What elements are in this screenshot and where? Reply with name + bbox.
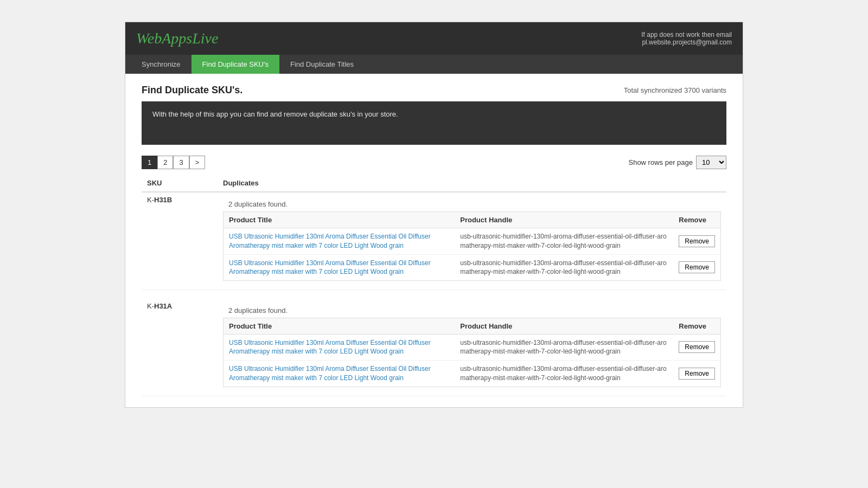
product-handle-cell: usb-ultrasonic-humidifier-130ml-aroma-di… [455, 254, 673, 281]
app-logo: WebAppsLive [136, 30, 218, 47]
page-btn-1[interactable]: 1 [142, 156, 157, 169]
page-header: Find Duplicate SKU's. Total synchronized… [142, 85, 726, 96]
duplicates-count: 2 duplicates found. [223, 196, 721, 211]
duplicates-cell: 2 duplicates found.Product TitleProduct … [218, 299, 726, 396]
remove-cell: Remove [673, 334, 720, 361]
pagination-row: 1 2 3 > Show rows per page 10 25 50 100 [142, 156, 726, 169]
inner-col-inner_col_remove: Remove [673, 212, 720, 228]
main-table: SKU Duplicates K-H31B2 duplicates found.… [142, 175, 726, 396]
product-title-cell: USB Ultrasonic Humidifier 130ml Aroma Di… [224, 361, 455, 387]
logo-accent: Live [192, 30, 218, 47]
logo-text: WebApps [136, 30, 192, 47]
support-line2: pl.website.projects@gmail.com [641, 38, 732, 46]
page-btn-2[interactable]: 2 [157, 156, 173, 169]
info-text: With the help of this app you can find a… [152, 110, 398, 118]
group-row: K-H31A2 duplicates found.Product TitlePr… [142, 299, 726, 396]
inner-row: USB Ultrasonic Humidifier 130ml Aroma Di… [224, 334, 721, 361]
remove-cell: Remove [673, 228, 720, 255]
inner-row: USB Ultrasonic Humidifier 130ml Aroma Di… [224, 254, 721, 281]
duplicates-cell: 2 duplicates found.Product TitleProduct … [218, 192, 726, 290]
spacer-row [142, 290, 726, 299]
nav-find-duplicate-titles[interactable]: Find Duplicate Titles [279, 55, 365, 74]
product-title-cell: USB Ultrasonic Humidifier 130ml Aroma Di… [224, 334, 455, 361]
inner-table-0: Product TitleProduct HandleRemoveUSB Ult… [223, 211, 721, 281]
main-nav: Synchronize Find Duplicate SKU's Find Du… [125, 55, 743, 74]
inner-col-inner_col_title: Product Title [224, 212, 455, 228]
remove-cell: Remove [673, 254, 720, 281]
remove-button[interactable]: Remove [679, 261, 715, 273]
main-content: Find Duplicate SKU's. Total synchronized… [125, 74, 743, 407]
product-title-link[interactable]: USB Ultrasonic Humidifier 130ml Aroma Di… [229, 259, 449, 277]
support-info: If app does not work then email pl.websi… [641, 31, 732, 46]
product-handle-cell: usb-ultrasonic-humidifier-130ml-aroma-di… [455, 361, 673, 387]
group-row: K-H31B2 duplicates found.Product TitlePr… [142, 192, 726, 290]
product-handle-cell: usb-ultrasonic-humidifier-130ml-aroma-di… [455, 228, 673, 255]
remove-button[interactable]: Remove [679, 235, 715, 247]
nav-find-duplicate-skus[interactable]: Find Duplicate SKU's [192, 55, 279, 74]
rows-per-page-select[interactable]: 10 25 50 100 [696, 156, 726, 169]
product-title-link[interactable]: USB Ultrasonic Humidifier 130ml Aroma Di… [229, 338, 449, 357]
inner-table-1: Product TitleProduct HandleRemoveUSB Ult… [223, 318, 721, 387]
inner-row: USB Ultrasonic Humidifier 130ml Aroma Di… [224, 228, 721, 255]
inner-col-inner_col_title: Product Title [224, 318, 455, 334]
inner-col-inner_col_remove: Remove [673, 318, 720, 334]
page-title: Find Duplicate SKU's. [142, 85, 242, 96]
rows-per-page-control: Show rows per page 10 25 50 100 [628, 156, 726, 169]
product-handle-text: usb-ultrasonic-humidifier-130ml-aroma-di… [460, 339, 666, 356]
inner-col-inner_col_handle: Product Handle [455, 318, 673, 334]
remove-button[interactable]: Remove [679, 368, 715, 380]
sku-cell: K-H31B [142, 192, 218, 290]
support-line1: If app does not work then email [641, 31, 732, 38]
product-handle-cell: usb-ultrasonic-humidifier-130ml-aroma-di… [455, 334, 673, 361]
page-btn-next[interactable]: > [189, 156, 206, 169]
product-title-link[interactable]: USB Ultrasonic Humidifier 130ml Aroma Di… [229, 232, 449, 251]
product-title-link[interactable]: USB Ultrasonic Humidifier 130ml Aroma Di… [229, 364, 449, 383]
nav-synchronize[interactable]: Synchronize [131, 55, 192, 74]
product-handle-text: usb-ultrasonic-humidifier-130ml-aroma-di… [460, 365, 666, 382]
page-btn-3[interactable]: 3 [173, 156, 189, 169]
total-synced: Total synchronized 3700 variants [624, 86, 726, 94]
product-title-cell: USB Ultrasonic Humidifier 130ml Aroma Di… [224, 254, 455, 281]
inner-row: USB Ultrasonic Humidifier 130ml Aroma Di… [224, 361, 721, 387]
app-header: WebAppsLive If app does not work then em… [125, 22, 743, 55]
sku-cell: K-H31A [142, 299, 218, 396]
product-handle-text: usb-ultrasonic-humidifier-130ml-aroma-di… [460, 259, 666, 276]
col-duplicates-header: Duplicates [218, 175, 726, 192]
pagination: 1 2 3 > [142, 156, 205, 169]
duplicates-count: 2 duplicates found. [223, 302, 721, 318]
info-box: With the help of this app you can find a… [142, 101, 726, 145]
product-title-cell: USB Ultrasonic Humidifier 130ml Aroma Di… [224, 228, 455, 255]
remove-cell: Remove [673, 361, 720, 387]
product-handle-text: usb-ultrasonic-humidifier-130ml-aroma-di… [460, 233, 666, 249]
remove-button[interactable]: Remove [679, 341, 715, 353]
inner-col-inner_col_handle: Product Handle [455, 212, 673, 228]
col-sku-header: SKU [142, 175, 218, 192]
rows-per-page-label: Show rows per page [628, 158, 693, 166]
